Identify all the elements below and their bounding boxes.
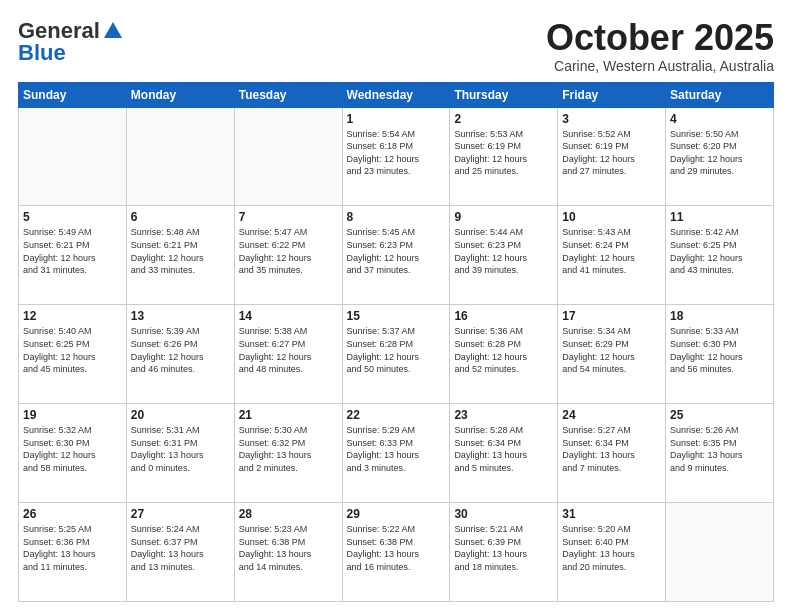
- day-number: 16: [454, 309, 553, 323]
- logo: General Blue: [18, 18, 124, 66]
- calendar-cell: 31Sunrise: 5:20 AM Sunset: 6:40 PM Dayli…: [558, 503, 666, 602]
- day-info: Sunrise: 5:30 AM Sunset: 6:32 PM Dayligh…: [239, 424, 338, 474]
- day-number: 15: [347, 309, 446, 323]
- day-number: 12: [23, 309, 122, 323]
- calendar-cell: 22Sunrise: 5:29 AM Sunset: 6:33 PM Dayli…: [342, 404, 450, 503]
- logo-icon: [102, 20, 124, 42]
- calendar-cell: 2Sunrise: 5:53 AM Sunset: 6:19 PM Daylig…: [450, 107, 558, 206]
- calendar-cell: 10Sunrise: 5:43 AM Sunset: 6:24 PM Dayli…: [558, 206, 666, 305]
- day-info: Sunrise: 5:53 AM Sunset: 6:19 PM Dayligh…: [454, 128, 553, 178]
- header-right: October 2025 Carine, Western Australia, …: [546, 18, 774, 74]
- week-row-3: 12Sunrise: 5:40 AM Sunset: 6:25 PM Dayli…: [19, 305, 774, 404]
- calendar-cell: 1Sunrise: 5:54 AM Sunset: 6:18 PM Daylig…: [342, 107, 450, 206]
- location: Carine, Western Australia, Australia: [546, 58, 774, 74]
- day-number: 7: [239, 210, 338, 224]
- day-info: Sunrise: 5:42 AM Sunset: 6:25 PM Dayligh…: [670, 226, 769, 276]
- day-info: Sunrise: 5:32 AM Sunset: 6:30 PM Dayligh…: [23, 424, 122, 474]
- day-number: 25: [670, 408, 769, 422]
- header: General Blue October 2025 Carine, Wester…: [18, 18, 774, 74]
- day-number: 4: [670, 112, 769, 126]
- svg-marker-0: [104, 22, 122, 38]
- day-info: Sunrise: 5:22 AM Sunset: 6:38 PM Dayligh…: [347, 523, 446, 573]
- day-number: 20: [131, 408, 230, 422]
- day-number: 9: [454, 210, 553, 224]
- day-number: 1: [347, 112, 446, 126]
- day-info: Sunrise: 5:54 AM Sunset: 6:18 PM Dayligh…: [347, 128, 446, 178]
- week-row-2: 5Sunrise: 5:49 AM Sunset: 6:21 PM Daylig…: [19, 206, 774, 305]
- day-info: Sunrise: 5:45 AM Sunset: 6:23 PM Dayligh…: [347, 226, 446, 276]
- day-number: 29: [347, 507, 446, 521]
- calendar-cell: 29Sunrise: 5:22 AM Sunset: 6:38 PM Dayli…: [342, 503, 450, 602]
- day-number: 22: [347, 408, 446, 422]
- day-info: Sunrise: 5:44 AM Sunset: 6:23 PM Dayligh…: [454, 226, 553, 276]
- col-header-wednesday: Wednesday: [342, 82, 450, 107]
- day-info: Sunrise: 5:39 AM Sunset: 6:26 PM Dayligh…: [131, 325, 230, 375]
- day-info: Sunrise: 5:25 AM Sunset: 6:36 PM Dayligh…: [23, 523, 122, 573]
- day-number: 2: [454, 112, 553, 126]
- day-info: Sunrise: 5:37 AM Sunset: 6:28 PM Dayligh…: [347, 325, 446, 375]
- day-info: Sunrise: 5:52 AM Sunset: 6:19 PM Dayligh…: [562, 128, 661, 178]
- calendar-cell: 14Sunrise: 5:38 AM Sunset: 6:27 PM Dayli…: [234, 305, 342, 404]
- day-number: 31: [562, 507, 661, 521]
- day-number: 18: [670, 309, 769, 323]
- day-number: 17: [562, 309, 661, 323]
- calendar-cell: 13Sunrise: 5:39 AM Sunset: 6:26 PM Dayli…: [126, 305, 234, 404]
- calendar-cell: 27Sunrise: 5:24 AM Sunset: 6:37 PM Dayli…: [126, 503, 234, 602]
- week-row-1: 1Sunrise: 5:54 AM Sunset: 6:18 PM Daylig…: [19, 107, 774, 206]
- day-info: Sunrise: 5:43 AM Sunset: 6:24 PM Dayligh…: [562, 226, 661, 276]
- day-info: Sunrise: 5:26 AM Sunset: 6:35 PM Dayligh…: [670, 424, 769, 474]
- day-info: Sunrise: 5:21 AM Sunset: 6:39 PM Dayligh…: [454, 523, 553, 573]
- calendar-cell: 12Sunrise: 5:40 AM Sunset: 6:25 PM Dayli…: [19, 305, 127, 404]
- calendar-table: Sunday Monday Tuesday Wednesday Thursday…: [18, 82, 774, 602]
- day-info: Sunrise: 5:47 AM Sunset: 6:22 PM Dayligh…: [239, 226, 338, 276]
- calendar-cell: [19, 107, 127, 206]
- day-info: Sunrise: 5:28 AM Sunset: 6:34 PM Dayligh…: [454, 424, 553, 474]
- day-info: Sunrise: 5:34 AM Sunset: 6:29 PM Dayligh…: [562, 325, 661, 375]
- day-number: 13: [131, 309, 230, 323]
- day-info: Sunrise: 5:48 AM Sunset: 6:21 PM Dayligh…: [131, 226, 230, 276]
- col-header-friday: Friday: [558, 82, 666, 107]
- month-title: October 2025: [546, 18, 774, 58]
- day-number: 3: [562, 112, 661, 126]
- calendar-cell: [126, 107, 234, 206]
- col-header-monday: Monday: [126, 82, 234, 107]
- col-header-sunday: Sunday: [19, 82, 127, 107]
- day-info: Sunrise: 5:50 AM Sunset: 6:20 PM Dayligh…: [670, 128, 769, 178]
- day-number: 27: [131, 507, 230, 521]
- calendar-cell: 6Sunrise: 5:48 AM Sunset: 6:21 PM Daylig…: [126, 206, 234, 305]
- calendar-cell: 25Sunrise: 5:26 AM Sunset: 6:35 PM Dayli…: [666, 404, 774, 503]
- week-row-5: 26Sunrise: 5:25 AM Sunset: 6:36 PM Dayli…: [19, 503, 774, 602]
- calendar-cell: 5Sunrise: 5:49 AM Sunset: 6:21 PM Daylig…: [19, 206, 127, 305]
- day-info: Sunrise: 5:49 AM Sunset: 6:21 PM Dayligh…: [23, 226, 122, 276]
- calendar-cell: 4Sunrise: 5:50 AM Sunset: 6:20 PM Daylig…: [666, 107, 774, 206]
- day-number: 11: [670, 210, 769, 224]
- calendar-cell: 7Sunrise: 5:47 AM Sunset: 6:22 PM Daylig…: [234, 206, 342, 305]
- calendar-cell: [666, 503, 774, 602]
- calendar-cell: 19Sunrise: 5:32 AM Sunset: 6:30 PM Dayli…: [19, 404, 127, 503]
- col-header-saturday: Saturday: [666, 82, 774, 107]
- day-number: 26: [23, 507, 122, 521]
- calendar-cell: 20Sunrise: 5:31 AM Sunset: 6:31 PM Dayli…: [126, 404, 234, 503]
- calendar-header-row: Sunday Monday Tuesday Wednesday Thursday…: [19, 82, 774, 107]
- day-info: Sunrise: 5:27 AM Sunset: 6:34 PM Dayligh…: [562, 424, 661, 474]
- day-info: Sunrise: 5:23 AM Sunset: 6:38 PM Dayligh…: [239, 523, 338, 573]
- day-number: 10: [562, 210, 661, 224]
- calendar-cell: 23Sunrise: 5:28 AM Sunset: 6:34 PM Dayli…: [450, 404, 558, 503]
- day-number: 28: [239, 507, 338, 521]
- calendar-cell: [234, 107, 342, 206]
- col-header-thursday: Thursday: [450, 82, 558, 107]
- day-info: Sunrise: 5:29 AM Sunset: 6:33 PM Dayligh…: [347, 424, 446, 474]
- calendar-cell: 21Sunrise: 5:30 AM Sunset: 6:32 PM Dayli…: [234, 404, 342, 503]
- day-number: 14: [239, 309, 338, 323]
- day-number: 5: [23, 210, 122, 224]
- calendar-cell: 9Sunrise: 5:44 AM Sunset: 6:23 PM Daylig…: [450, 206, 558, 305]
- calendar-cell: 18Sunrise: 5:33 AM Sunset: 6:30 PM Dayli…: [666, 305, 774, 404]
- logo-blue: Blue: [18, 40, 66, 66]
- calendar-cell: 16Sunrise: 5:36 AM Sunset: 6:28 PM Dayli…: [450, 305, 558, 404]
- week-row-4: 19Sunrise: 5:32 AM Sunset: 6:30 PM Dayli…: [19, 404, 774, 503]
- calendar-cell: 26Sunrise: 5:25 AM Sunset: 6:36 PM Dayli…: [19, 503, 127, 602]
- calendar-cell: 8Sunrise: 5:45 AM Sunset: 6:23 PM Daylig…: [342, 206, 450, 305]
- page: General Blue October 2025 Carine, Wester…: [0, 0, 792, 612]
- day-info: Sunrise: 5:20 AM Sunset: 6:40 PM Dayligh…: [562, 523, 661, 573]
- day-number: 21: [239, 408, 338, 422]
